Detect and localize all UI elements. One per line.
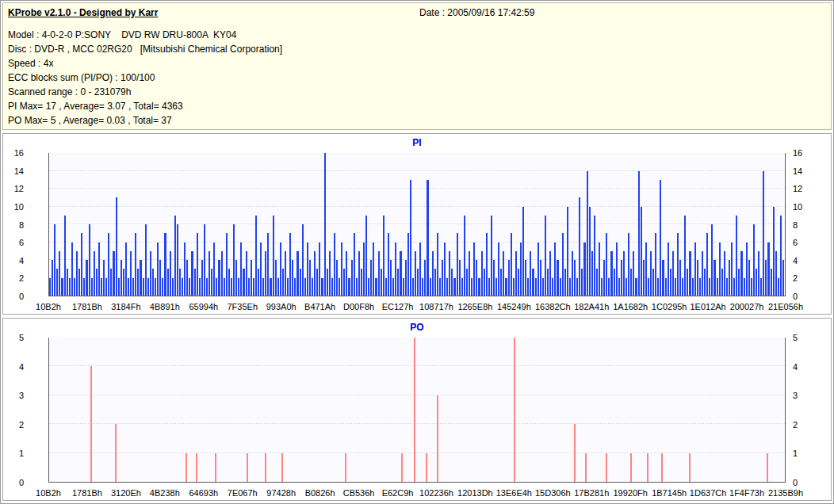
bar: [363, 242, 365, 296]
bar: [513, 278, 515, 296]
bar: [560, 278, 561, 296]
bar: [677, 233, 679, 296]
x-tick-label: 10B2h: [36, 488, 61, 498]
bar: [610, 251, 612, 296]
po-chart-panel: PO 012345 012345 10B2h1781Bh3120Eh4B238h…: [2, 318, 832, 501]
bar: [314, 251, 316, 296]
y-tick-label: 8: [10, 220, 24, 229]
bar: [434, 269, 436, 296]
bar: [334, 233, 335, 296]
bar: [304, 278, 306, 296]
info-line-scanned-range: Scanned range : 0 - 231079h: [8, 85, 826, 99]
bar: [354, 233, 355, 296]
y-tick-label: 5: [10, 334, 24, 342]
bar: [294, 278, 296, 296]
x-tick-label: 64693h: [189, 488, 218, 498]
bar: [368, 278, 369, 296]
bar: [589, 207, 591, 296]
x-tick-label: 10B2h: [36, 302, 61, 311]
bar: [572, 251, 573, 296]
bar: [630, 269, 632, 296]
bar: [113, 251, 114, 296]
bar: [78, 269, 80, 296]
bar-series: [49, 153, 785, 296]
bar: [763, 171, 764, 296]
bar: [403, 278, 404, 296]
bar: [339, 278, 340, 296]
bar: [430, 278, 431, 296]
bar: [520, 242, 522, 296]
bar: [623, 251, 625, 296]
bar: [282, 269, 284, 296]
bar: [635, 278, 637, 296]
bar: [407, 233, 409, 296]
bar: [476, 260, 477, 296]
spike-bar: [115, 424, 117, 482]
bar: [417, 269, 419, 296]
x-tick-label: 13E6E4h: [496, 488, 532, 498]
bar: [717, 278, 718, 296]
bar: [132, 278, 134, 296]
x-tick-label: 1F4F73h: [729, 488, 764, 498]
bar: [756, 269, 757, 296]
bar: [424, 260, 426, 296]
y-tick-label: 4: [10, 256, 24, 265]
bar: [633, 251, 634, 296]
bar: [706, 233, 708, 296]
bar: [118, 278, 120, 296]
spike-bar: [767, 453, 768, 482]
x-tick-label: B0826h: [305, 488, 335, 498]
y-tick-label: 0: [793, 479, 798, 487]
bar: [601, 278, 603, 296]
bar: [753, 224, 755, 296]
spike-bar: [281, 453, 283, 482]
bar: [179, 269, 181, 296]
bar: [204, 224, 205, 296]
spike-bar: [647, 453, 648, 482]
bar: [98, 242, 100, 296]
bar: [564, 269, 566, 296]
bar: [594, 216, 595, 296]
x-tick-label: 1265E8h: [457, 302, 492, 311]
bar: [94, 251, 95, 296]
bar: [437, 233, 438, 296]
bar: [495, 278, 497, 296]
y-tick-label: 16: [793, 149, 802, 158]
bar: [152, 269, 154, 296]
y-tick-label: 4: [793, 362, 798, 371]
bar: [201, 260, 203, 296]
info-line-model: Model : 4-0-2-0 P:SONY DVD RW DRU-800A K…: [8, 28, 826, 42]
bar: [569, 278, 571, 296]
bar: [679, 260, 681, 296]
bar: [751, 278, 752, 296]
bar: [515, 251, 517, 296]
spike-bar: [265, 453, 266, 482]
bar: [684, 216, 686, 296]
bar: [655, 233, 656, 296]
bar: [579, 197, 580, 296]
x-tick-label: B471Ah: [304, 302, 335, 311]
bar: [591, 251, 593, 296]
bar: [719, 242, 721, 296]
bar: [574, 260, 576, 296]
bar: [358, 251, 360, 296]
y-tick-label: 12: [793, 185, 802, 193]
bar: [538, 242, 539, 296]
bar: [265, 251, 266, 296]
bar: [511, 233, 512, 296]
bar: [481, 251, 483, 296]
bar: [484, 269, 485, 296]
spike-bar: [90, 366, 92, 482]
bar: [567, 207, 568, 296]
bar: [267, 233, 269, 296]
bar: [59, 251, 60, 296]
bar: [657, 278, 659, 296]
bar: [300, 269, 301, 296]
bar: [738, 269, 740, 296]
spike-bar: [414, 338, 415, 482]
bar: [638, 171, 640, 296]
pi-x-axis-labels: 10B2h1781Bh3184Fh4B891h65994h7F35Eh993A0…: [48, 300, 786, 311]
bar: [273, 216, 274, 296]
gridline: [49, 395, 785, 395]
bar: [243, 269, 244, 296]
